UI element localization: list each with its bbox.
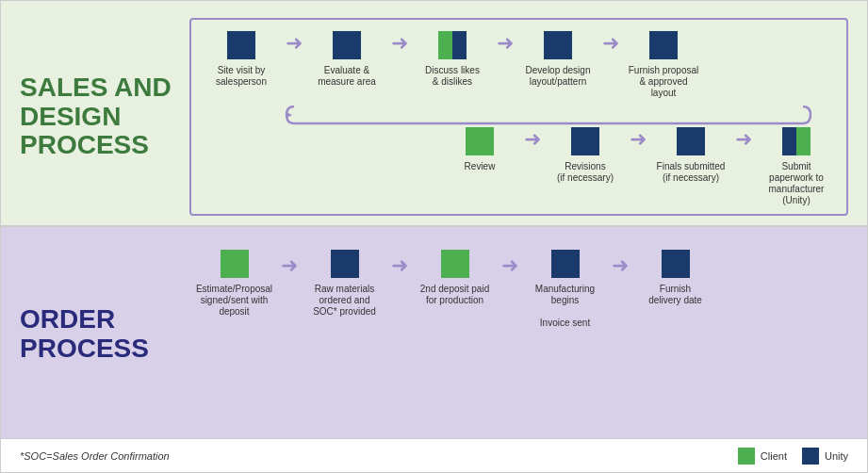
step-revisions: Revisions(if necessary) xyxy=(543,127,628,184)
step-box-navy xyxy=(551,250,580,278)
step-box-navy xyxy=(333,31,361,59)
footer: *SOC=Sales Order Confirmation Client Uni… xyxy=(1,438,867,472)
svg-marker-0 xyxy=(287,112,292,118)
step-label: Submitpaperwork tomanufacturer(Unity) xyxy=(769,161,825,206)
legend-unity: Unity xyxy=(802,448,848,465)
order-step-manufacturing: ManufacturingbeginsInvoice sent xyxy=(520,250,610,329)
step-develop: Develop designlayout/pattern xyxy=(516,31,600,88)
step-box-navy xyxy=(571,127,599,155)
step-box-navy xyxy=(331,250,359,278)
legend-green-box xyxy=(738,448,755,465)
step-box-split xyxy=(438,31,467,59)
order-title: ORDERPROCESS xyxy=(20,305,149,364)
step-furnish-proposal: Furnish proposal& approvedlayout xyxy=(621,31,706,99)
step-label: Evaluate &measure area xyxy=(318,65,376,88)
step-label: Site visit bysalesperson xyxy=(216,65,267,88)
main-container: SALES ANDDESIGNPROCESS Site visit bysale… xyxy=(1,1,867,472)
step-box-navy xyxy=(677,127,705,155)
order-step-deposit: 2nd deposit paidfor production xyxy=(410,250,500,306)
arrow-icon: ➜ xyxy=(286,31,303,56)
step-site-visit: Site visit bysalesperson xyxy=(199,31,284,88)
step-box-navy xyxy=(662,250,690,278)
arrow-icon: ➜ xyxy=(735,127,752,152)
step-label: Finals submitted(if necessary) xyxy=(657,161,726,184)
arrow-icon: ➜ xyxy=(391,31,408,56)
step-label: Furnish proposal& approvedlayout xyxy=(629,65,698,99)
arrow-icon: ➜ xyxy=(524,127,541,152)
design-row2: Review ➜ Revisions(if necessary) ➜ Final… xyxy=(199,127,839,206)
arrow-icon: ➜ xyxy=(630,127,647,152)
step-box-green xyxy=(221,250,249,278)
step-review: Review xyxy=(437,127,522,172)
order-flow: Estimate/Proposalsigned/sent withdeposit… xyxy=(189,240,848,429)
top-section: SALES ANDDESIGNPROCESS Site visit bysale… xyxy=(1,1,867,227)
design-row1: Site visit bysalesperson ➜ Evaluate &mea… xyxy=(199,31,839,99)
step-box-navy xyxy=(649,31,678,59)
legend-navy-box xyxy=(802,448,819,465)
sales-design-title: SALES ANDDESIGNPROCESS xyxy=(20,73,172,160)
order-step-furnish-date: Furnishdelivery date xyxy=(631,250,720,306)
sales-design-title-area: SALES ANDDESIGNPROCESS xyxy=(20,18,180,216)
arrow-icon: ➜ xyxy=(497,31,514,56)
step-box-green xyxy=(441,250,469,278)
arrow-icon: ➜ xyxy=(501,253,518,278)
footnote-text: *SOC=Sales Order Confirmation xyxy=(20,450,170,462)
step-label: Review xyxy=(465,161,496,172)
step-label: Develop designlayout/pattern xyxy=(526,65,591,88)
step-discuss: Discuss likes& dislikes xyxy=(410,31,495,88)
step-label: Revisions(if necessary) xyxy=(557,161,614,184)
step-label: 2nd deposit paidfor production xyxy=(420,284,489,306)
bottom-section: ORDERPROCESS Estimate/Proposalsigned/sen… xyxy=(1,227,867,438)
curved-connector xyxy=(285,105,812,125)
step-finals: Finals submitted(if necessary) xyxy=(648,127,733,184)
step-evaluate: Evaluate &measure area xyxy=(304,31,389,88)
arrow-icon: ➜ xyxy=(612,253,629,278)
arrow-icon: ➜ xyxy=(391,253,408,278)
step-box-navy xyxy=(227,31,255,59)
order-title-area: ORDERPROCESS xyxy=(20,240,180,429)
step-label: Furnishdelivery date xyxy=(648,284,702,306)
step-box-navy xyxy=(544,31,572,59)
arrow-icon: ➜ xyxy=(602,31,619,56)
step-box-green xyxy=(466,127,494,155)
step-box-split-navy-green xyxy=(782,127,811,155)
legend-unity-label: Unity xyxy=(825,450,848,462)
step-label: Raw materialsordered andSOC* provided xyxy=(313,284,376,318)
step-label: Discuss likes& dislikes xyxy=(425,65,480,88)
order-step-raw-materials: Raw materialsordered andSOC* provided xyxy=(300,250,389,318)
legend: Client Unity xyxy=(738,448,848,465)
legend-client-label: Client xyxy=(761,450,787,462)
arrow-icon: ➜ xyxy=(281,253,298,278)
order-step-estimate: Estimate/Proposalsigned/sent withdeposit xyxy=(189,250,279,318)
step-submit-paperwork: Submitpaperwork tomanufacturer(Unity) xyxy=(754,127,839,206)
step-label: Estimate/Proposalsigned/sent withdeposit xyxy=(196,284,272,318)
step-label: ManufacturingbeginsInvoice sent xyxy=(535,284,595,329)
legend-client: Client xyxy=(738,448,787,465)
